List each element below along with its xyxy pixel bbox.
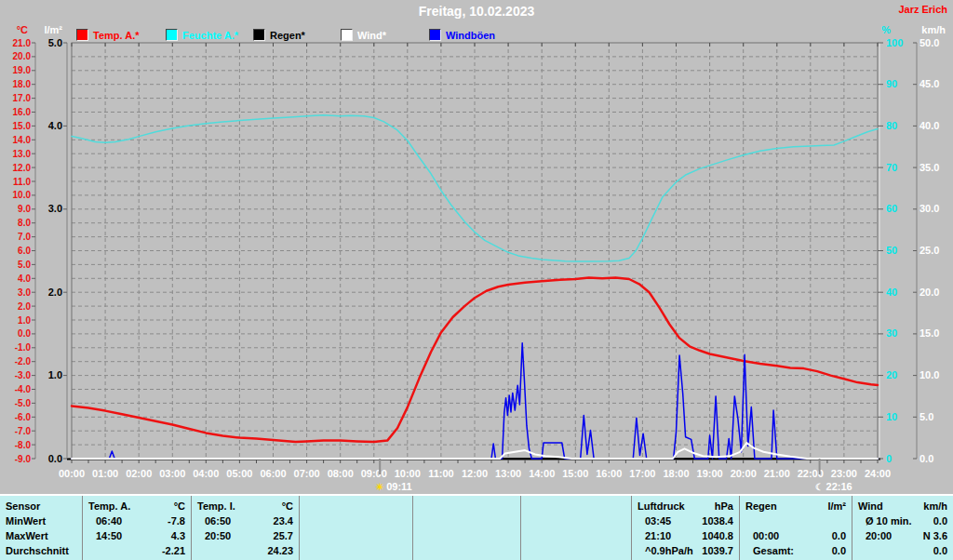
row-label-sensor-left: Sensor (6, 499, 40, 513)
temp_c-tick-label: 0.0 (18, 328, 31, 339)
rain_lm2-unit-label: l/m² (44, 24, 62, 35)
col-temp-i-header-left: Temp. I. (197, 499, 235, 513)
temp_c-tick-label: 1.0 (18, 315, 31, 326)
temp_c-tick-label: -6.0 (15, 412, 32, 422)
col-wind-row-1-right: N 3.6 (923, 528, 947, 543)
col-luftdruck-row-1-left: 21:10 (645, 528, 671, 543)
temp_c-tick-label: -2.0 (15, 356, 32, 367)
x-axis-label: 16:00 (596, 468, 622, 479)
col-empty-3-row-1 (413, 528, 520, 543)
hum_pct-tick-label: 30 (886, 327, 897, 339)
col-wind-row-0: Ø 10 min.0.0 (852, 513, 953, 528)
col-luftdruck-row-0-right: 1038.4 (702, 513, 733, 528)
col-temp-a-header-left: Temp. A. (88, 499, 130, 513)
col-luftdruck-header: LuftdruckhPa (632, 499, 739, 513)
weather-app-window: Freitag, 10.02.2023 Jarz Erich Temp. A.*… (0, 0, 953, 560)
rain_lm2-tick-label: 2.0 (48, 287, 62, 298)
temp_c-tick-label: 21.0 (13, 38, 32, 48)
x-axis-label: 21:00 (764, 468, 790, 479)
rain_lm2-tick-label: 5.0 (48, 37, 62, 48)
wind_kmh-tick-label: 15.0 (919, 327, 939, 339)
temp_c-tick-label: 5.0 (18, 260, 31, 270)
col-empty-4-row-0 (521, 513, 631, 528)
temp_c-tick-label: 20.0 (13, 51, 32, 61)
col-wind-row-1-left: 20:00 (866, 528, 892, 543)
temp_c-tick-label: 14.0 (13, 135, 32, 145)
col-temp-i-row-0-right: 23.4 (274, 513, 293, 528)
col-empty-3-row-2 (413, 543, 520, 558)
hum_pct-tick-label: 80 (886, 120, 897, 131)
hum_pct-tick-label: 70 (886, 162, 897, 173)
hum_pct-unit-label: % (881, 24, 891, 35)
col-regen-row-2: Gesamt:0.0 (740, 543, 852, 558)
wind_kmh-tick-label: 40.0 (919, 120, 939, 131)
col-wind-row-2: 0.0 (852, 543, 953, 558)
col-wind-row-2-right: 0.0 (933, 543, 947, 558)
table-col-empty-3 (412, 496, 520, 560)
hum_pct-tick-label: 60 (886, 203, 897, 214)
hum_pct-tick-label: 40 (886, 287, 897, 298)
x-axis-label: 18:00 (663, 468, 689, 479)
col-temp-i-row-1: 20:5025.7 (192, 528, 299, 543)
col-regen-row-2-right: 0.0 (832, 543, 846, 558)
wind_kmh-tick-label: 45.0 (919, 78, 939, 89)
table-col-luftdruck: LuftdruckhPa03:451038.421:101040.8^0.9hP… (631, 496, 739, 560)
hum_pct-tick-label: 0 (886, 453, 892, 464)
x-axis-label: 03:00 (159, 468, 185, 479)
col-wind-row-0-right: 0.0 (933, 513, 947, 528)
col-luftdruck-row-1-right: 1040.8 (702, 528, 733, 543)
x-axis-label: 07:00 (294, 468, 320, 479)
col-temp-i-row-0-left: 06:50 (205, 513, 231, 528)
col-empty-4-header (521, 499, 631, 513)
wind_kmh-tick-label: 25.0 (919, 245, 939, 256)
stats-table: SensorMinWertMaxWertDurchschnittTemp. A.… (0, 494, 953, 560)
temp_c-tick-label: 13.0 (13, 149, 32, 159)
wind_kmh-tick-label: 10.0 (919, 369, 939, 380)
col-wind-header: Windkm/h (852, 499, 953, 513)
col-temp-i-header: Temp. I.°C (192, 499, 299, 513)
col-temp-a-row-2-right: -2.21 (162, 543, 185, 558)
sunrise-icon: ☀ (375, 482, 383, 492)
rain_lm2-tick-label: 3.0 (48, 203, 62, 214)
hum_pct-tick-label: 50 (886, 245, 897, 256)
x-axis-label: 08:00 (328, 468, 354, 479)
row-label-durchschnitt: Durchschnitt (0, 543, 82, 558)
temp_c-tick-label: 11.0 (13, 177, 31, 187)
temp_c-tick-label: 7.0 (18, 232, 31, 242)
col-wind-header-left: Wind (858, 499, 883, 513)
col-regen-header-right: l/m² (827, 499, 846, 513)
x-axis-label: 11:00 (428, 468, 454, 479)
col-luftdruck-header-left: Luftdruck (638, 499, 685, 513)
col-empty-2-row-0 (300, 513, 412, 528)
rain_lm2-axis-labels: 5.04.03.02.01.00.0 (48, 37, 67, 464)
row-label-minwert-left: MinWert (6, 513, 46, 528)
col-wind-row-1: 20:00N 3.6 (852, 528, 953, 543)
x-axis-label: 14:00 (529, 468, 555, 479)
temp_c-tick-label: 4.0 (18, 273, 31, 284)
sunset-icon: ☾ (815, 482, 824, 492)
temp_c-tick-label: -4.0 (15, 384, 32, 394)
col-temp-a-header-right: °C (174, 499, 185, 513)
row-label-maxwert-left: MaxWert (6, 528, 48, 543)
temp_c-tick-label: -1.0 (15, 342, 32, 353)
temp_c-tick-label: 17.0 (13, 93, 32, 103)
col-empty-4-row-1 (521, 528, 631, 543)
temp_c-tick-label: 8.0 (18, 218, 31, 228)
col-temp-a-row-1-right: 4.3 (171, 528, 185, 543)
wind_kmh-tick-label: 0.0 (919, 453, 933, 464)
col-empty-2-row-1 (300, 528, 412, 543)
temp_c-tick-label: -9.0 (15, 454, 32, 464)
table-col-regen: Regenl/m²00:000.0Gesamt:0.0 (739, 496, 852, 560)
col-luftdruck-row-2-left: ^0.9hPa/h (645, 543, 693, 558)
col-empty-2-row-2 (300, 543, 412, 558)
x-axis-label: 10:00 (395, 468, 421, 479)
temp_c-unit-label: °C (17, 24, 28, 35)
rain_lm2-tick-label: 4.0 (48, 120, 62, 131)
sunset-time-label: 22:16 (826, 481, 852, 492)
hum_pct-tick-label: 10 (886, 411, 897, 422)
x-axis-label: 19:00 (697, 468, 723, 479)
col-temp-a-row-0: 06:40-7.8 (83, 513, 191, 528)
col-temp-i-row-1-right: 25.7 (274, 528, 293, 543)
temp_c-tick-label: 10.0 (13, 190, 32, 200)
sunrise-time-label: 09:11 (386, 481, 412, 492)
